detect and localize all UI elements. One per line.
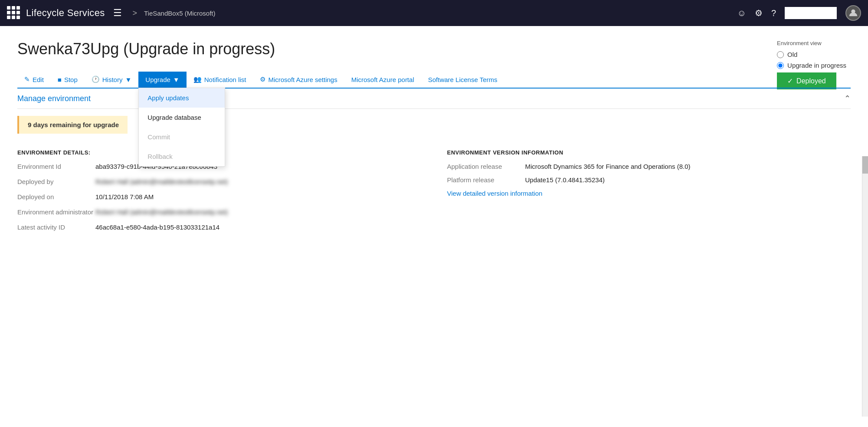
upgrade-dropdown-container: Upgrade ▼ Apply updates Upgrade database… (138, 72, 186, 88)
env-admin-label: Environment administrator (17, 208, 95, 216)
notification-icon: 👥 (193, 76, 202, 83)
detail-row-deployed-by: Deployed by Robert Hall (admin@maildevte… (17, 178, 421, 185)
deployed-on-value: 10/11/2018 7:08 AM (95, 193, 154, 200)
apps-grid-icon[interactable] (7, 6, 21, 20)
activity-id-value: 46ac68a1-e580-4ada-b195-813033121a14 (95, 223, 219, 231)
page-title: Swenka73Upg (Upgrade in progress) (17, 40, 851, 58)
deployed-by-label: Deployed by (17, 178, 95, 185)
search-input[interactable] (785, 7, 837, 19)
main-content: Swenka73Upg (Upgrade in progress) Enviro… (0, 26, 868, 427)
edit-icon: ✎ (24, 76, 30, 83)
version-info-section: ENVIRONMENT VERSION INFORMATION Applicat… (447, 149, 851, 239)
history-chevron-icon: ▼ (125, 76, 131, 83)
env-view-old-label: Old (787, 51, 797, 58)
stop-label: Stop (64, 76, 78, 83)
azure-settings-button[interactable]: ⚙ Microsoft Azure settings (253, 71, 344, 88)
env-id-label: Environment Id (17, 163, 95, 170)
env-view-upgrade-radio[interactable] (777, 62, 784, 69)
version-row-platform: Platform release Update15 (7.0.4841.3523… (447, 176, 851, 184)
env-view-old-radio[interactable] (777, 51, 784, 58)
topbar: Lifecycle Services ☰ > TieSandBox5 (Micr… (0, 0, 868, 26)
notification-button[interactable]: 👥 Notification list (187, 71, 253, 88)
detail-row-env-admin: Environment administrator Robert Hall (a… (17, 208, 421, 216)
avatar[interactable] (845, 5, 861, 21)
manage-section-title: Manage environment (17, 94, 91, 103)
view-version-link[interactable]: View detailed version information (447, 190, 543, 197)
upgrade-chevron-icon: ▼ (173, 76, 180, 83)
azure-settings-label: Microsoft Azure settings (268, 76, 337, 83)
azure-settings-icon: ⚙ (260, 76, 265, 83)
upgrade-button[interactable]: Upgrade ▼ (138, 72, 186, 88)
help-icon[interactable]: ? (771, 8, 776, 18)
azure-portal-button[interactable]: Microsoft Azure portal (344, 72, 421, 88)
scrollbar[interactable] (862, 156, 868, 417)
upgrade-database-item[interactable]: Upgrade database (139, 108, 225, 127)
warning-banner: 9 days remaining for upgrade (17, 116, 128, 134)
upgrade-dropdown-menu: Apply updates Upgrade database Commit Ro… (138, 88, 225, 167)
software-license-label: Software License Terms (428, 76, 498, 83)
app-release-value: Microsoft Dynamics 365 for Finance and O… (525, 163, 691, 170)
edit-button[interactable]: ✎ Edit (17, 71, 51, 88)
env-admin-value: Robert Hall (admin@maildevtestlicensetp.… (95, 208, 228, 216)
azure-portal-label: Microsoft Azure portal (351, 76, 414, 83)
env-view-label: Environment view (777, 40, 846, 46)
upgrade-label: Upgrade (145, 76, 170, 83)
version-info-title: ENVIRONMENT VERSION INFORMATION (447, 149, 851, 156)
detail-row-activity-id: Latest activity ID 46ac68a1-e580-4ada-b1… (17, 223, 421, 231)
platform-release-value: Update15 (7.0.4841.35234) (525, 176, 605, 184)
stop-button[interactable]: ■ Stop (51, 72, 85, 88)
env-view-upgrade-label: Upgrade in progress (787, 62, 846, 69)
hamburger-icon[interactable]: ☰ (110, 7, 125, 19)
apply-updates-item[interactable]: Apply updates (139, 88, 225, 108)
commit-item: Commit (139, 127, 225, 147)
topbar-right: ☺ ⚙ ? (737, 5, 861, 21)
version-row-app-release: Application release Microsoft Dynamics 3… (447, 163, 851, 170)
stop-icon: ■ (58, 76, 62, 83)
feedback-icon[interactable]: ☺ (737, 8, 746, 18)
toolbar: ✎ Edit ■ Stop 🕐 History ▼ Upgrade ▼ Appl… (17, 71, 851, 89)
breadcrumb: TieSandBox5 (Microsoft) (144, 10, 216, 17)
notification-label: Notification list (204, 76, 246, 83)
history-label: History (102, 76, 123, 83)
deployed-on-label: Deployed on (17, 193, 95, 200)
history-button[interactable]: 🕐 History ▼ (85, 71, 139, 88)
edit-label: Edit (33, 76, 44, 83)
clock-icon: 🕐 (92, 76, 100, 83)
deployed-by-value: Robert Hall (admin@maildevtestlicensetp.… (95, 178, 228, 185)
env-view-upgrade-option[interactable]: Upgrade in progress (777, 62, 846, 69)
detail-row-deployed-on: Deployed on 10/11/2018 7:08 AM (17, 193, 421, 200)
collapse-button[interactable]: ⌃ (844, 94, 851, 103)
settings-icon[interactable]: ⚙ (755, 8, 763, 18)
app-title: Lifecycle Services (26, 7, 105, 19)
env-view-old-option[interactable]: Old (777, 51, 846, 58)
platform-release-label: Platform release (447, 176, 525, 184)
app-release-label: Application release (447, 163, 525, 170)
scrollbar-thumb[interactable] (862, 156, 868, 174)
activity-id-label: Latest activity ID (17, 223, 95, 231)
software-license-button[interactable]: Software License Terms (421, 72, 504, 88)
rollback-item: Rollback (139, 147, 225, 166)
